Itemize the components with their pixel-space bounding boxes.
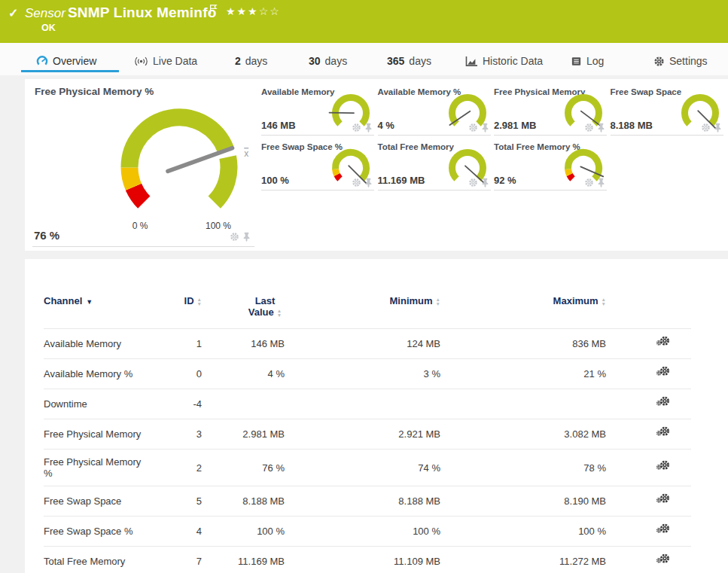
- tab-log[interactable]: Log: [571, 51, 604, 71]
- mini-gauge-value: 100 %: [261, 175, 289, 186]
- column-label: Channel: [44, 295, 82, 306]
- divider: [261, 190, 374, 190]
- mini-gauge: Available Memory146 MB: [261, 85, 374, 136]
- column-label: Maximum: [553, 295, 599, 306]
- gauge-pin-icon[interactable]: [597, 123, 605, 133]
- gauge-settings-gear-icon[interactable]: [584, 178, 594, 187]
- priority-stars[interactable]: ★★★☆☆: [226, 5, 281, 17]
- cell-maximum: 11.272 MB: [440, 547, 606, 573]
- cell-id: 5: [149, 486, 202, 517]
- column-header-id[interactable]: ID▲▼: [149, 289, 202, 329]
- divider: [494, 135, 607, 136]
- gauge-settings-gear-icon[interactable]: [584, 123, 594, 133]
- main-gauge-max-label: 100 %: [200, 221, 236, 231]
- svg-text:x: x: [244, 148, 248, 159]
- sensor-title: SNMP Linux Meminfo: [68, 5, 216, 21]
- cell-id: 7: [149, 547, 202, 573]
- mini-gauge: Free Swap Space8.188 MB: [611, 85, 723, 136]
- cell-minimum: 74 %: [285, 450, 440, 486]
- tab-live-data[interactable]: Live Data: [134, 51, 197, 71]
- mini-gauges-grid: Available Memory146 MBAvailable Memory %…: [261, 85, 728, 198]
- tab-number: 365: [387, 55, 404, 67]
- table-row: Available Memory1146 MB124 MB836 MB: [44, 329, 691, 359]
- table-row: Free Physical Memory32.981 MB2.921 MB3.0…: [44, 419, 691, 450]
- channel-settings-icon[interactable]: [656, 426, 670, 440]
- log-icon: [571, 56, 582, 67]
- main-gauge-min-label: 0 %: [125, 221, 155, 231]
- channel-settings-icon[interactable]: [656, 553, 670, 567]
- gauge-pin-icon[interactable]: [242, 232, 251, 242]
- gauge-settings-gear-icon[interactable]: [468, 178, 478, 187]
- main-gauge-value: 76 %: [34, 229, 59, 242]
- mini-gauge-title: Total Free Memory: [378, 142, 454, 151]
- broadcast-icon: [134, 56, 148, 67]
- cell-last-value: 8.188 MB: [202, 486, 285, 517]
- sort-icon: ▲▼: [436, 297, 440, 306]
- channel-settings-icon[interactable]: [656, 460, 670, 474]
- cell-id: 4: [149, 517, 202, 547]
- tab-label: Log: [586, 55, 604, 67]
- channel-settings-icon[interactable]: [656, 493, 670, 507]
- cell-channel: Free Swap Space %: [44, 517, 149, 547]
- gauge-settings-gear-icon[interactable]: [352, 123, 361, 133]
- channels-table: Channel▼ID▲▼Last Value▲▼Minimum▲▼Maximum…: [44, 289, 691, 573]
- sensor-header: ✓ Sensor SNMP Linux Meminfo ★★★☆☆ OK: [0, 0, 728, 43]
- cell-channel: Downtime: [44, 389, 149, 419]
- column-header-last[interactable]: Last Value▲▼: [202, 289, 285, 329]
- cell-id: 2: [149, 450, 202, 486]
- channel-settings-icon[interactable]: [656, 336, 670, 349]
- sort-icon: ▲▼: [197, 297, 202, 306]
- gauge-settings-gear-icon[interactable]: [352, 178, 361, 187]
- mini-gauge-value: 11.169 MB: [378, 175, 425, 186]
- gauge-pin-icon[interactable]: [597, 178, 605, 187]
- cell-maximum: 78 %: [440, 450, 606, 486]
- tab-days[interactable]: 2days: [235, 51, 267, 71]
- tab-bar: OverviewLive Data2days30days365daysHisto…: [0, 43, 728, 75]
- column-label: Last Value: [248, 295, 276, 318]
- table-row: Free Swap Space %4100 %100 %100 %: [44, 517, 691, 547]
- column-header-max[interactable]: Maximum▲▼: [440, 289, 606, 329]
- column-header-channel[interactable]: Channel▼: [44, 289, 149, 329]
- column-label: Minimum: [390, 295, 433, 306]
- cell-maximum: 21 %: [440, 359, 606, 389]
- cell-maximum: 836 MB: [440, 329, 606, 359]
- divider: [378, 190, 491, 190]
- flag-icon: [209, 4, 218, 17]
- gauge-settings-gear-icon[interactable]: [701, 123, 711, 133]
- tab-overview[interactable]: Overview: [36, 51, 96, 71]
- gauge-settings-gear-icon[interactable]: [230, 232, 239, 242]
- column-header-min[interactable]: Minimum▲▼: [285, 289, 440, 329]
- gauge-pin-icon[interactable]: [714, 123, 722, 133]
- mini-gauge-value: 2.981 MB: [494, 120, 536, 131]
- cell-maximum: 8.190 MB: [440, 486, 606, 517]
- tab-days[interactable]: 30days: [309, 51, 347, 71]
- cell-last-value: 4 %: [202, 359, 285, 389]
- column-label: ID: [184, 295, 194, 306]
- mini-gauge-title: Available Memory: [261, 87, 334, 96]
- tab-settings[interactable]: Settings: [653, 51, 708, 71]
- mini-gauge-value: 146 MB: [261, 120, 296, 131]
- tab-historic-data[interactable]: Historic Data: [465, 51, 543, 71]
- channels-panel: Channel▼ID▲▼Last Value▲▼Minimum▲▼Maximum…: [25, 259, 728, 573]
- gauge-pin-icon[interactable]: [481, 178, 489, 187]
- cell-channel: Available Memory %: [44, 359, 149, 389]
- table-row: Free Swap Space58.188 MB8.188 MB8.190 MB: [44, 486, 691, 517]
- cell-id: 0: [149, 359, 202, 389]
- sensor-status-badge: OK: [41, 23, 56, 33]
- gauge-pin-icon[interactable]: [364, 123, 373, 133]
- divider: [261, 135, 374, 136]
- tab-label: days: [325, 55, 348, 67]
- mini-gauge-value: 8.188 MB: [611, 120, 653, 131]
- channel-settings-icon[interactable]: [656, 366, 670, 379]
- status-ok-check-icon: ✓: [8, 6, 18, 20]
- mini-gauge: Total Free Memory %92 %: [494, 140, 607, 190]
- channel-settings-icon[interactable]: [656, 396, 670, 410]
- tab-days[interactable]: 365days: [387, 51, 431, 71]
- gauge-pin-icon[interactable]: [481, 123, 489, 133]
- channel-settings-icon[interactable]: [656, 523, 670, 537]
- gauge-settings-gear-icon[interactable]: [468, 123, 478, 133]
- tab-label: Overview: [53, 55, 96, 67]
- main-gauge-dial: x: [108, 96, 251, 239]
- gauge-pin-icon[interactable]: [364, 178, 373, 187]
- gauge-icon: [36, 55, 48, 67]
